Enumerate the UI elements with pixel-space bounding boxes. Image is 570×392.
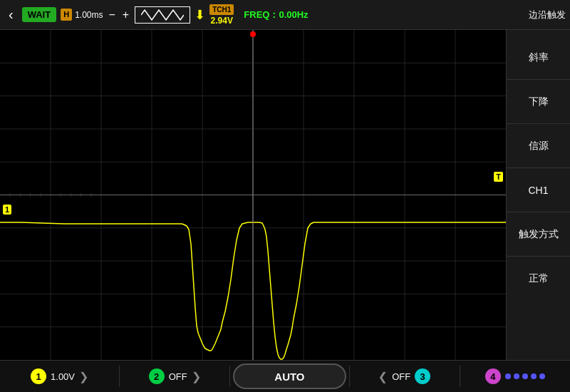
ch1-num: 1 (31, 368, 46, 384)
divider-2 (229, 366, 230, 387)
ch4-button[interactable]: 4 (460, 361, 570, 392)
side-item-normal[interactable]: 正常 (507, 257, 570, 301)
side-item-source[interactable]: 信源 (507, 124, 570, 168)
wave-shape (141, 9, 184, 21)
ch1-value: 1.00V (51, 371, 75, 382)
top-bar: ‹ WAIT H 1.00ms − + ⬇ TCH1 2.94V FREQ：0.… (0, 0, 570, 30)
ch1-button[interactable]: 1 1.00V ❯ (0, 361, 119, 392)
auto-button[interactable]: AUTO (233, 363, 346, 389)
h-label: H (61, 9, 72, 21)
auto-label: AUTO (274, 371, 304, 383)
ch2-button[interactable]: 2 OFF ❯ (120, 361, 229, 392)
main-area: 1 T 斜率 下降 信源 CH1 触发方式 正常 (0, 30, 570, 360)
side-panel: 斜率 下降 信源 CH1 触发方式 正常 (506, 30, 570, 360)
wave-icon (135, 6, 190, 24)
tch-label: TCH1 (209, 4, 234, 15)
side-item-falling[interactable]: 下降 (507, 80, 570, 124)
freq-display: FREQ：0.00Hz (244, 9, 308, 21)
ch3-button[interactable]: ❯ OFF 3 (350, 361, 460, 392)
side-item-slope[interactable]: 斜率 (507, 36, 570, 80)
ch3-value: OFF (392, 371, 410, 382)
trigger-t-marker: T (494, 172, 503, 182)
ch2-arrow: ❯ (192, 370, 201, 383)
back-button[interactable]: ‹ (4, 6, 18, 23)
dot-4 (531, 373, 537, 379)
ch2-value: OFF (169, 371, 187, 382)
grid (0, 30, 506, 360)
dot-1 (505, 373, 511, 379)
tch-value: 2.94V (211, 16, 233, 26)
dot-5 (539, 373, 545, 379)
ch2-num: 2 (149, 368, 165, 384)
ch3-num: 3 (415, 368, 430, 384)
side-item-trigger-mode[interactable]: 触发方式 (507, 212, 570, 257)
trigger-mode-label: 边沿触发 (529, 9, 566, 21)
plus-button[interactable]: + (121, 9, 130, 21)
dot-3 (522, 373, 528, 379)
h-control: H 1.00ms (61, 9, 103, 21)
status-badge: WAIT (22, 7, 57, 22)
minus-button[interactable]: − (107, 9, 116, 21)
ch1-arrow: ❯ (79, 370, 88, 383)
trigger-dot (250, 31, 256, 37)
ch4-num: 4 (485, 368, 501, 384)
tch-control: TCH1 2.94V (209, 4, 234, 26)
bottom-bar: 1 1.00V ❯ 2 OFF ❯ AUTO ❯ OFF 3 4 (0, 360, 570, 392)
ch4-dots (505, 373, 545, 379)
ch1-scope-label: 1 (3, 205, 11, 215)
h-value: 1.00ms (75, 10, 103, 20)
dot-2 (514, 373, 519, 379)
scope-display: 1 T (0, 30, 506, 360)
side-item-ch1[interactable]: CH1 (507, 168, 570, 212)
ch3-left-arrow: ❯ (378, 370, 388, 383)
trigger-icon: ⬇ (195, 7, 205, 23)
